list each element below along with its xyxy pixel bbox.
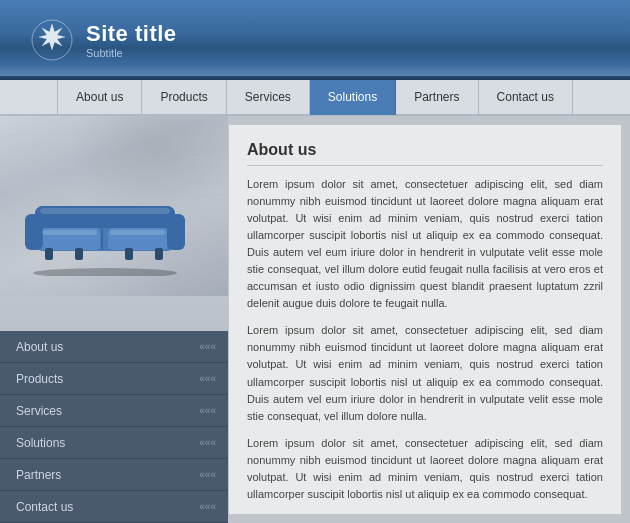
sidebar-item-services[interactable]: Services «««	[0, 395, 228, 427]
sidebar-arrow-solutions: «««	[199, 437, 216, 448]
content-paragraph-1: Lorem ipsum dolor sit amet, consectetuer…	[247, 176, 603, 312]
svg-rect-23	[110, 230, 165, 235]
site-title: Site title	[86, 21, 177, 47]
nav-item-products[interactable]: Products	[142, 79, 226, 115]
nav-item-partners[interactable]: Partners	[396, 79, 478, 115]
svg-rect-21	[40, 208, 170, 214]
svg-rect-15	[25, 214, 43, 250]
sidebar-item-about[interactable]: About us «««	[0, 331, 228, 363]
sidebar-item-contact-label: Contact us	[16, 500, 73, 514]
nav-item-solutions[interactable]: Solutions	[310, 79, 396, 115]
site-subtitle: Subtitle	[86, 47, 177, 59]
sidebar-arrow-services: «««	[199, 405, 216, 416]
sidebar-item-services-label: Services	[16, 404, 62, 418]
content-title: About us	[247, 141, 603, 166]
nav-item-about[interactable]: About us	[57, 79, 142, 115]
svg-rect-18	[75, 248, 83, 260]
sidebar-item-products[interactable]: Products «««	[0, 363, 228, 395]
content-paragraph-3: Lorem ipsum dolor sit amet, consectetuer…	[247, 435, 603, 503]
svg-rect-16	[167, 214, 185, 250]
svg-rect-17	[45, 248, 53, 260]
main-content: About us ««« Products ««« Services ««« S…	[0, 116, 630, 523]
sidebar-item-solutions-label: Solutions	[16, 436, 65, 450]
svg-rect-22	[42, 230, 97, 235]
sidebar-item-partners[interactable]: Partners «««	[0, 459, 228, 491]
sidebar-arrow-partners: «««	[199, 469, 216, 480]
hero-image	[0, 116, 228, 296]
left-panel: About us ««« Products ««« Services ««« S…	[0, 116, 228, 523]
svg-point-9	[33, 268, 177, 276]
sidebar-arrow-contact: «««	[199, 501, 216, 512]
header: Site title Subtitle	[0, 0, 630, 80]
svg-rect-19	[125, 248, 133, 260]
sofa-illustration	[20, 176, 190, 276]
content-paragraph-2: Lorem ipsum dolor sit amet, consectetuer…	[247, 322, 603, 424]
sidebar-item-about-label: About us	[16, 340, 63, 354]
top-navigation: About us Products Services Solutions Par…	[0, 80, 630, 116]
sidebar-item-contact[interactable]: Contact us «««	[0, 491, 228, 523]
svg-rect-20	[155, 248, 163, 260]
sidebar-arrow-products: «««	[199, 373, 216, 384]
content-panel: About us Lorem ipsum dolor sit amet, con…	[228, 124, 622, 515]
sidebar-item-solutions[interactable]: Solutions «««	[0, 427, 228, 459]
nav-item-contact[interactable]: Contact us	[479, 79, 573, 115]
sidebar-arrow-about: «««	[199, 341, 216, 352]
sidebar-item-partners-label: Partners	[16, 468, 61, 482]
logo-icon	[30, 18, 74, 62]
sidebar-navigation: About us ««« Products ««« Services ««« S…	[0, 331, 228, 523]
content-paragraph-4: Duis autem vel eum iriure dolor in hendr…	[247, 513, 603, 515]
sidebar-item-products-label: Products	[16, 372, 63, 386]
nav-item-services[interactable]: Services	[227, 79, 310, 115]
